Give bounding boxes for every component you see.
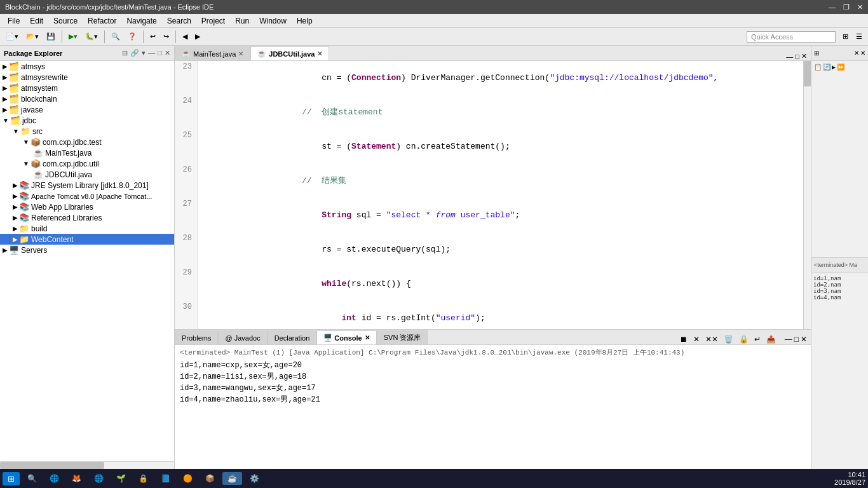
collapse-all-button[interactable]: ⊟ — [122, 49, 128, 57]
tab-javadoc[interactable]: @ Javadoc — [218, 330, 267, 344]
tab-declaration[interactable]: Declaration — [268, 330, 317, 344]
taskbar-lock[interactable]: 🔒 — [133, 472, 153, 485]
view-button[interactable]: ☰ — [853, 30, 865, 43]
terminate-button[interactable]: ⏹ — [678, 334, 689, 344]
debug-button[interactable]: 🐛▾ — [82, 30, 101, 43]
tree-item-com-cxp-jdbc-util[interactable]: ▼ 📦 com.cxp.jdbc.util — [0, 158, 174, 169]
close-console-tab[interactable]: ✕ — [365, 334, 370, 341]
help-button[interactable]: ❓ — [125, 30, 140, 43]
menu-help[interactable]: Help — [292, 15, 318, 27]
menu-edit[interactable]: Edit — [25, 15, 48, 27]
run-button[interactable]: ▶▾ — [65, 30, 81, 43]
taskbar-package[interactable]: 📦 — [200, 472, 220, 485]
tree-item-src[interactable]: ▼ 📁 src — [0, 126, 174, 137]
expand-arrow[interactable]: ▶ — [3, 247, 8, 254]
minimap-btn4[interactable]: ⏩ — [837, 64, 844, 71]
tree-item-tomcat[interactable]: ▶ 📚 Apache Tomcat v8.0 [Apache Tomcat... — [0, 191, 174, 201]
h-scrollbar[interactable] — [0, 461, 174, 469]
minimap-btn[interactable]: 📋 — [814, 64, 822, 71]
remove-all-button[interactable]: ✕✕ — [703, 334, 720, 344]
remove-button[interactable]: ✕ — [691, 334, 702, 344]
tree-item-servers[interactable]: ▶ 🖥️ Servers — [0, 245, 174, 255]
close-editor-button[interactable]: ✕ — [801, 52, 807, 60]
minimap-btn2[interactable]: 🔄 — [823, 64, 831, 71]
expand-arrow[interactable]: ▶ — [3, 95, 8, 102]
quick-access-input[interactable]: Quick Access — [747, 31, 836, 43]
expand-arrow[interactable]: ▼ — [3, 117, 9, 124]
tree-item-webapp-libs[interactable]: ▶ 📚 Web App Libraries — [0, 201, 174, 212]
tab-maintest[interactable]: ☕ MainTest.java ✕ — [175, 46, 250, 60]
console-close[interactable]: ✕ — [801, 335, 807, 344]
expand-arrow[interactable]: ▶ — [13, 203, 18, 210]
taskbar-git[interactable]: 🌱 — [111, 472, 131, 485]
open-button[interactable]: 📂▾ — [23, 30, 42, 43]
expand-arrow[interactable]: ▶ — [3, 63, 8, 70]
search-button[interactable]: 🔍 — [108, 30, 123, 43]
maximize-button[interactable]: ❐ — [843, 3, 850, 11]
menu-file[interactable]: File — [3, 15, 25, 27]
tree-item-atmsys[interactable]: ▶ 🗂️ atmsys — [0, 61, 174, 72]
perspective-button[interactable]: ⊞ — [839, 30, 851, 43]
menu-run[interactable]: Run — [230, 15, 254, 27]
tree-item-referenced-libraries[interactable]: ▶ 📚 Referenced Libraries — [0, 212, 174, 223]
taskbar-edge[interactable]: 🌐 — [44, 472, 64, 485]
menu-search[interactable]: Search — [162, 15, 196, 27]
tab-problems[interactable]: Problems — [175, 330, 218, 344]
tree-item-maintest-java[interactable]: ☕ MainTest.java — [0, 147, 174, 158]
tree-item-blockchain[interactable]: ▶ 🗂️ blockchain — [0, 93, 174, 104]
save-button[interactable]: 💾 — [43, 30, 58, 43]
console-minimize[interactable]: — — [785, 335, 792, 344]
expand-arrow[interactable]: ▼ — [23, 160, 29, 167]
taskbar-settings[interactable]: ⚙️ — [245, 472, 264, 485]
tree-item-atmsystem[interactable]: ▶ 🗂️ atmsystem — [0, 83, 174, 93]
tree-item-javase[interactable]: ▶ 🗂️ javase — [0, 104, 174, 115]
scroll-lock-button[interactable]: 🔒 — [737, 334, 750, 344]
tree-item-com-cxp-jdbc-test[interactable]: ▼ 📦 com.cxp.jdbc.test — [0, 137, 174, 147]
word-wrap-button[interactable]: ↵ — [752, 334, 763, 344]
undo-button[interactable]: ↩ — [147, 30, 159, 43]
clear-button[interactable]: 🗑️ — [722, 334, 735, 344]
outline-btn2[interactable]: ✕ — [860, 50, 865, 57]
expand-arrow[interactable]: ▶ — [13, 236, 18, 243]
taskbar-eclipse[interactable]: ☕ — [222, 472, 242, 485]
tab-svn[interactable]: SVN 资源库 — [377, 330, 428, 344]
menu-project[interactable]: Project — [196, 15, 230, 27]
minimize-panel-button[interactable]: — — [148, 49, 155, 57]
open-console-button[interactable]: 📤 — [764, 334, 778, 344]
tab-close-jdbcutil[interactable]: ✕ — [317, 50, 322, 57]
close-button[interactable]: ✕ — [857, 3, 863, 11]
menu-source[interactable]: Source — [48, 15, 83, 27]
expand-arrow[interactable]: ▶ — [13, 225, 18, 232]
menu-window[interactable]: Window — [254, 15, 292, 27]
tree-item-build[interactable]: ▶ 📁 build — [0, 223, 174, 234]
expand-arrow[interactable]: ▼ — [23, 139, 29, 146]
tree-item-jdbc[interactable]: ▼ 🗂️ jdbc — [0, 115, 174, 126]
next-button[interactable]: ▶ — [192, 30, 203, 43]
expand-arrow[interactable]: ▶ — [3, 74, 8, 81]
taskbar-fb[interactable]: 📘 — [156, 472, 175, 485]
tree-item-jdbcutil-java[interactable]: ☕ JDBCUtil.java — [0, 169, 174, 180]
tree-item-webcontent[interactable]: ▶ 📁 WebContent — [0, 234, 174, 245]
minimap-btn3[interactable]: ▶ — [832, 64, 836, 71]
taskbar-firefox[interactable]: 🦊 — [67, 472, 86, 485]
taskbar-office[interactable]: 🟠 — [178, 472, 198, 485]
minimize-editor-button[interactable]: — — [786, 53, 793, 60]
start-button[interactable]: ⊞ — [3, 472, 20, 485]
new-button[interactable]: 📄▾ — [3, 30, 22, 43]
editor-scrollbar[interactable] — [803, 61, 811, 329]
maximize-panel-button[interactable]: □ — [158, 49, 162, 57]
close-panel-button[interactable]: ✕ — [165, 49, 170, 57]
tree-item-jre[interactable]: ▶ 📚 JRE System Library [jdk1.8.0_201] — [0, 180, 174, 191]
expand-arrow[interactable]: ▶ — [13, 193, 18, 200]
tree-item-atmsysrewrite[interactable]: ▶ 🗂️ atmsysrewrite — [0, 72, 174, 83]
taskbar-chrome[interactable]: 🌐 — [89, 472, 109, 485]
tab-jdbcutil[interactable]: ☕ JDBCUtil.java ✕ — [250, 46, 329, 60]
outline-btn[interactable]: ✕ — [854, 50, 859, 57]
taskbar-search[interactable]: 🔍 — [22, 472, 42, 485]
menu-navigate[interactable]: Navigate — [121, 15, 161, 27]
tab-close-maintest[interactable]: ✕ — [238, 50, 243, 57]
view-menu-button[interactable]: ▾ — [142, 49, 146, 57]
link-editor-button[interactable]: 🔗 — [130, 49, 139, 57]
tab-console[interactable]: 🖥️Console ✕ — [316, 330, 376, 344]
expand-arrow[interactable]: ▼ — [13, 128, 19, 135]
